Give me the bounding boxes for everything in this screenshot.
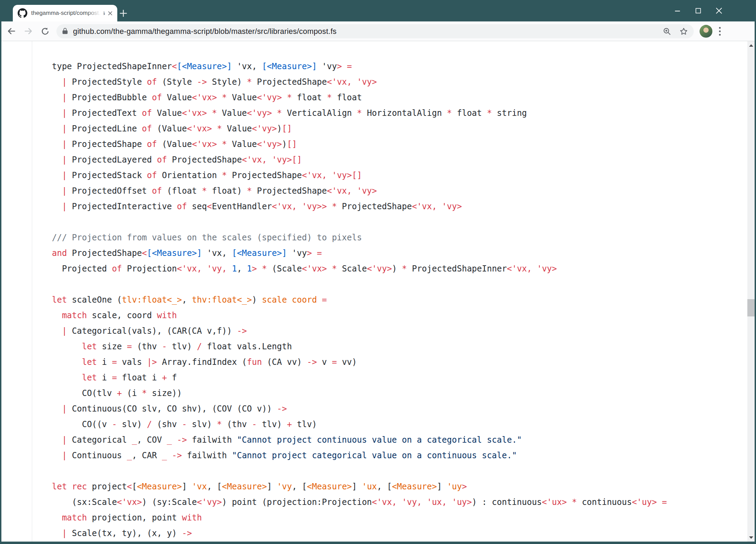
new-tab-button[interactable] <box>117 7 129 19</box>
code-line: let i = vals |> Array.findIndex (fun (CA… <box>52 354 667 370</box>
maximize-icon <box>694 7 702 15</box>
close-icon <box>715 7 723 15</box>
zoom-magnifier-icon[interactable] <box>663 27 672 36</box>
browser-menu-button[interactable] <box>716 26 724 36</box>
reload-button[interactable] <box>37 24 53 39</box>
code-line: (sx:Scale<'vx>) (sy:Scale<'vy>) point (p… <box>52 495 667 510</box>
code-line: | Categorical _, COV _ -> failwith "Cann… <box>52 432 667 448</box>
url-text: github.com/the-gamma/thegamma-script/blo… <box>73 27 663 36</box>
maximize-button[interactable] <box>688 0 709 21</box>
back-button[interactable] <box>4 24 19 39</box>
code-line <box>52 277 667 292</box>
scroll-down-button[interactable] <box>747 533 755 542</box>
code-line: CO(tlv + (i * size)) <box>52 386 667 401</box>
scroll-up-button[interactable] <box>747 41 755 49</box>
code-line: | ProjectedStack of Orientation * Projec… <box>52 168 667 183</box>
code-line: | Continuous _, CAR _ -> failwith "Canno… <box>52 448 667 463</box>
code-line: | Categorical(vals), (CAR(CA v,f)) -> <box>52 323 667 339</box>
code-block: type ProjectedShapeInner<[<Measure>] 'vx… <box>52 59 667 541</box>
forward-arrow-icon <box>24 26 33 36</box>
tab-title: thegamma-script/compost.fs at mas <box>31 10 106 17</box>
scroll-down-arrow-icon <box>749 536 753 539</box>
reload-icon <box>40 27 50 36</box>
minimize-icon <box>674 7 682 15</box>
browser-toolbar: github.com/the-gamma/thegamma-script/blo… <box>1 21 755 41</box>
code-line: let rec project<[<Measure>] 'vx, [<Measu… <box>52 479 667 495</box>
code-line: | ProjectedStyle of (Style -> Style) * P… <box>52 74 667 90</box>
scrollbar-thumb[interactable] <box>747 299 755 316</box>
code-line: /// Projection from values on the scales… <box>52 230 667 246</box>
minimize-button[interactable] <box>667 0 688 21</box>
code-line: let size = (thv - tlv) / float vals.Leng… <box>52 339 667 354</box>
code-line: | ProjectedShape of (Value<'vx> * Value<… <box>52 137 667 152</box>
code-line: let scaleOne (tlv:float<_>, thv:float<_>… <box>52 292 667 308</box>
code-line: | ProjectedOffset of (float * float) * P… <box>52 183 667 199</box>
scroll-up-arrow-icon <box>749 44 753 47</box>
bookmark-star-icon[interactable] <box>679 27 688 36</box>
three-dot-menu-icon <box>719 27 721 29</box>
code-line: | ProjectedLayered of ProjectedShape<'vx… <box>52 152 667 168</box>
forward-button[interactable] <box>21 24 36 39</box>
scrollbar-track[interactable] <box>747 41 755 542</box>
plus-icon <box>119 9 128 18</box>
code-line: and ProjectedShape<[<Measure>] 'vx, [<Me… <box>52 246 667 261</box>
code-box-left-border <box>32 41 32 542</box>
window-controls <box>667 0 729 21</box>
lock-icon[interactable] <box>61 27 69 36</box>
code-line: | Continuous(CO slv, CO shv), (COV (CO v… <box>52 401 667 417</box>
tab-close-button[interactable] <box>106 9 115 18</box>
profile-avatar[interactable] <box>700 25 712 38</box>
code-line: | ProjectedBubble of Value<'vx> * Value<… <box>52 90 667 105</box>
code-line: type ProjectedShapeInner<[<Measure>] 'vx… <box>52 59 667 74</box>
code-line: CO((v - slv) / (shv - slv) * (thv - tlv)… <box>52 417 667 432</box>
omnibox-icons <box>663 27 688 36</box>
code-line <box>52 214 667 230</box>
browser-tab[interactable]: thegamma-script/compost.fs at mas <box>13 5 117 21</box>
code-line: Projected of Projection<'vx, 'vy, 1, 1> … <box>52 261 667 277</box>
close-window-button[interactable] <box>709 0 729 21</box>
back-arrow-icon <box>7 26 16 36</box>
tab-strip: thegamma-script/compost.fs at mas <box>0 0 756 21</box>
page-content: type ProjectedShapeInner<[<Measure>] 'vx… <box>1 41 755 542</box>
code-line: | Scale(tx, ty), (x, y) -> <box>52 526 667 541</box>
code-line: let i = float i + f <box>52 370 667 386</box>
code-line: | ProjectedLine of (Value<'vx> * Value<'… <box>52 121 667 137</box>
code-line: | ProjectedText of Value<'vx> * Value<'v… <box>52 105 667 121</box>
code-line: | ProjectedInteractive of seq<EventHandl… <box>52 199 667 214</box>
github-favicon-icon <box>18 8 27 18</box>
address-bar[interactable]: github.com/the-gamma/thegamma-script/blo… <box>56 24 694 38</box>
code-line: match scale, coord with <box>52 308 667 323</box>
code-line: match projection, point with <box>52 510 667 526</box>
code-line <box>52 463 667 479</box>
